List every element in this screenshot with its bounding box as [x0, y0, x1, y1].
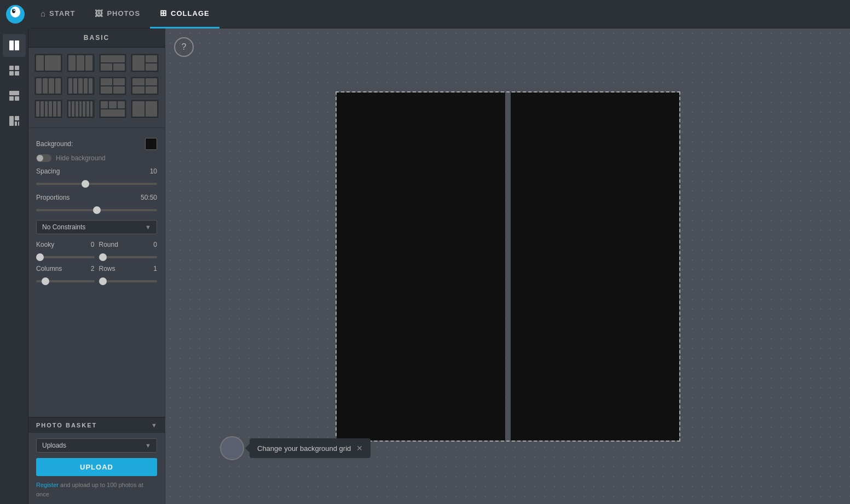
- thumb-6[interactable]: [66, 76, 95, 96]
- columns-header: Columns 2: [36, 265, 95, 273]
- icon-bar-layout[interactable]: [3, 34, 26, 57]
- thumb-col: [101, 63, 112, 71]
- thumb-col: [101, 101, 108, 108]
- spacing-value: 10: [150, 167, 157, 175]
- thumb-11[interactable]: [99, 99, 128, 119]
- constraint-arrow: ▼: [145, 224, 151, 230]
- thumb-col: [146, 86, 157, 94]
- svg-rect-12: [9, 96, 14, 101]
- thumb-4[interactable]: [130, 53, 159, 73]
- thumb-2[interactable]: [66, 53, 95, 73]
- help-button[interactable]: ?: [174, 37, 194, 57]
- thumb-col: [113, 78, 125, 85]
- thumb-col: [146, 101, 157, 117]
- background-label: Background:: [36, 140, 145, 148]
- svg-point-4: [12, 9, 14, 10]
- canvas-area: ? Change your background grid ✕: [165, 28, 850, 504]
- nav-photos[interactable]: 🖼 PHOTOS: [85, 0, 150, 28]
- proportions-label: Proportions: [36, 194, 70, 201]
- thumb-col: [146, 55, 157, 62]
- basket-title: PHOTO BASKET: [36, 422, 97, 428]
- round-param: Round 0: [99, 241, 158, 260]
- thumb-12[interactable]: [130, 99, 159, 119]
- constraint-label: No Constraints: [42, 223, 85, 231]
- thumb-col: [85, 55, 93, 71]
- thumb-col: [36, 101, 39, 117]
- register-link[interactable]: Register: [36, 482, 59, 488]
- thumb-1[interactable]: [34, 53, 63, 73]
- hide-background-row: Hide background: [36, 154, 157, 162]
- thumb-7[interactable]: [99, 76, 128, 96]
- kooky-value: 0: [91, 241, 95, 248]
- nav-collage-label: COLLAGE: [171, 9, 210, 18]
- thumb-col: [132, 101, 144, 117]
- register-text: Register and upload up to 100 photos at …: [36, 480, 157, 499]
- kooky-slider[interactable]: [36, 256, 95, 258]
- svg-rect-7: [9, 66, 14, 70]
- nav-start[interactable]: ⌂ START: [31, 0, 85, 28]
- thumb-col: [68, 101, 71, 117]
- thumb-col: [49, 78, 54, 94]
- thumb-col: [132, 55, 144, 71]
- spacing-slider-container: Spacing 10: [36, 167, 157, 187]
- controls-section: Background: Hide background Spacing 10: [28, 131, 165, 417]
- thumb-col: [146, 63, 157, 71]
- main-layout: BASIC: [0, 28, 850, 504]
- nav-start-label: START: [49, 9, 75, 18]
- kooky-header: Kooky 0: [36, 241, 95, 248]
- rows-slider[interactable]: [99, 280, 158, 282]
- proportions-slider[interactable]: [36, 209, 157, 211]
- thumb-col: [49, 101, 52, 117]
- nav-collage[interactable]: ⊞ COLLAGE: [150, 0, 219, 28]
- background-row: Background:: [36, 138, 157, 150]
- canvas-panel-left: [337, 92, 505, 441]
- round-slider[interactable]: [99, 256, 158, 258]
- thumb-col: [101, 55, 125, 62]
- columns-param: Columns 2: [36, 265, 95, 285]
- collage-icon: ⊞: [160, 8, 167, 18]
- proportions-row: Proportions 50:50: [36, 194, 157, 201]
- basket-header[interactable]: PHOTO BASKET ▼: [28, 418, 165, 433]
- hide-background-toggle[interactable]: [36, 154, 51, 162]
- thumb-5[interactable]: [34, 76, 63, 96]
- thumb-col: [89, 78, 92, 94]
- uploads-dropdown[interactable]: Uploads ▼: [36, 438, 157, 453]
- svg-rect-9: [9, 71, 14, 76]
- spacing-slider[interactable]: [36, 183, 157, 185]
- thumb-col: [113, 86, 125, 94]
- thumb-8[interactable]: [130, 76, 159, 96]
- notification-bubble: Change your background grid ✕: [250, 438, 371, 458]
- uploads-label: Uploads: [42, 442, 66, 449]
- thumb-col: [101, 86, 112, 94]
- constraint-dropdown[interactable]: No Constraints ▼: [36, 220, 157, 234]
- icon-bar-panels[interactable]: [3, 84, 26, 107]
- icon-bar-funky[interactable]: [3, 109, 26, 132]
- spacing-label: Spacing: [36, 167, 60, 175]
- svg-rect-11: [9, 91, 19, 95]
- background-color-swatch[interactable]: [145, 138, 157, 150]
- thumb-col: [101, 109, 125, 117]
- thumb-col: [132, 86, 144, 94]
- thumb-col: [90, 101, 93, 117]
- thumb-col: [68, 55, 76, 71]
- svg-rect-8: [15, 66, 19, 70]
- collage-canvas: [336, 91, 680, 442]
- thumb-9[interactable]: [34, 99, 63, 119]
- thumb-10[interactable]: [66, 99, 95, 119]
- round-value: 0: [153, 241, 157, 248]
- thumb-col: [45, 101, 48, 117]
- collage-thumbnails: [28, 48, 165, 124]
- columns-slider[interactable]: [36, 280, 95, 282]
- proportions-value: 50:50: [141, 194, 157, 201]
- notification-close[interactable]: ✕: [356, 444, 363, 453]
- nav-photos-label: PHOTOS: [107, 9, 140, 18]
- thumb-col: [84, 78, 88, 94]
- thumb-col: [101, 78, 112, 85]
- upload-button[interactable]: UPLOAD: [36, 458, 157, 476]
- rows-value: 1: [153, 265, 157, 273]
- icon-bar-grid[interactable]: [3, 59, 26, 82]
- svg-rect-15: [15, 116, 19, 120]
- uploads-arrow: ▼: [145, 442, 151, 449]
- thumb-col: [78, 78, 82, 94]
- thumb-3[interactable]: [99, 53, 128, 73]
